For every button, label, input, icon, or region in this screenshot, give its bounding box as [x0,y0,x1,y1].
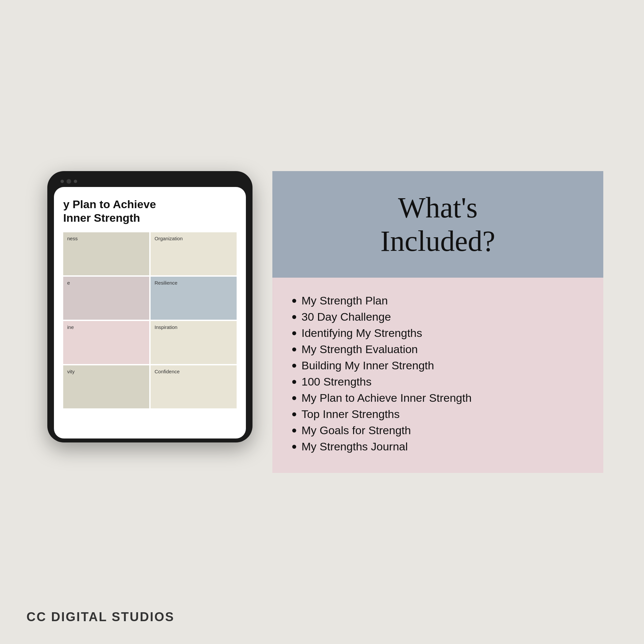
tablet-screen: y Plan to Achieve Inner Strength ness Or… [54,187,246,438]
list-item-9: My Strengths Journal [292,440,583,453]
whats-included-list-panel: My Strength Plan 30 Day Challenge Identi… [272,278,603,473]
tablet-camera-bar [54,178,246,187]
whats-included-header: What'sIncluded? [272,171,603,278]
grid-cell-mindfulness: ness [63,232,149,275]
list-item-0: My Strength Plan [292,294,583,307]
grid-cell-resilience: Resilience [151,277,237,320]
tablet-grid: ness Organization e Resilience [63,232,237,408]
grid-cell-creativity: vity [63,365,149,408]
list-item-2: Identifying My Strengths [292,327,583,340]
right-panel: What'sIncluded? My Strength Plan 30 Day … [272,171,603,473]
grid-cell-organization: Organization [151,232,237,275]
grid-cell-discipline: ine [63,321,149,364]
tablet-wrapper: y Plan to Achieve Inner Strength ness Or… [41,171,259,442]
footer-brand: CC DIGITAL STUDIOS [26,610,174,624]
grid-cell-inspiration: Inspiration [151,321,237,364]
list-item-4: Building My Inner Strength [292,359,583,372]
grid-cell-confidence: Confidence [151,365,237,408]
page-wrapper: y Plan to Achieve Inner Strength ness Or… [0,0,644,644]
footer: CC DIGITAL STUDIOS [26,610,174,624]
list-item-8: My Goals for Strength [292,424,583,437]
whats-included-title: What'sIncluded? [381,191,495,258]
bullet-dot-0 [292,299,296,303]
tablet-screen-inner: y Plan to Achieve Inner Strength ness Or… [54,187,246,438]
bullet-dot-4 [292,364,296,368]
tablet-device: y Plan to Achieve Inner Strength ness Or… [47,171,253,442]
list-item-7: Top Inner Strengths [292,408,583,421]
grid-cell-balance: e [63,277,149,320]
tablet-camera-dot-small2 [74,180,77,183]
whats-included-list: My Strength Plan 30 Day Challenge Identi… [292,294,583,453]
bullet-dot-8 [292,429,296,433]
list-item-6: My Plan to Achieve Inner Strength [292,391,583,404]
list-item-1: 30 Day Challenge [292,310,583,323]
bullet-dot-3 [292,347,296,351]
bullet-dot-2 [292,331,296,335]
bullet-dot-5 [292,380,296,384]
tablet-camera-dot-main [67,179,71,184]
tablet-camera-dot-small1 [61,180,64,183]
tablet-title: y Plan to Achieve Inner Strength [63,198,237,225]
bullet-dot-6 [292,396,296,400]
bullet-dot-1 [292,315,296,319]
bullet-dot-7 [292,412,296,416]
list-item-3: My Strength Evaluation [292,343,583,356]
main-content: y Plan to Achieve Inner Strength ness Or… [41,171,603,473]
bullet-dot-9 [292,445,296,449]
list-item-5: 100 Strengths [292,375,583,388]
